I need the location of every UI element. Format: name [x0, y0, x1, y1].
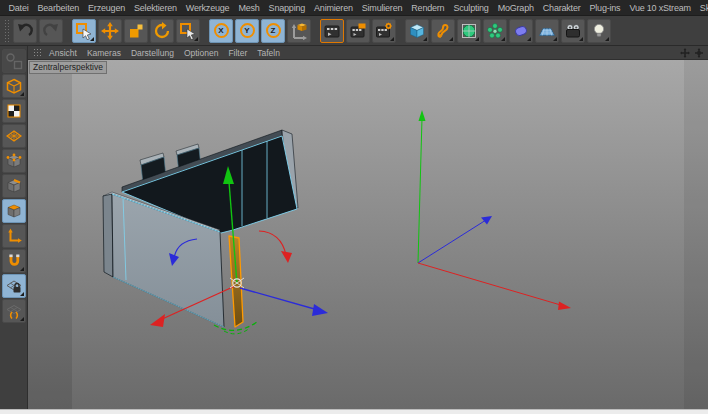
model-mode-button[interactable] — [2, 74, 26, 98]
vp-menu-filter[interactable]: Filter — [223, 48, 252, 58]
gizmo-rotation-band-red[interactable] — [259, 231, 292, 263]
undo-button[interactable] — [13, 19, 37, 43]
cinema4d-window: Datei Bearbeiten Erzeugen Selektieren We… — [0, 0, 708, 414]
convert-selection-icon — [5, 52, 23, 70]
menu-mesh[interactable]: Mesh — [234, 3, 264, 13]
menu-snapping[interactable]: Snapping — [264, 3, 309, 13]
snapping-button[interactable] — [2, 249, 26, 273]
selection-tool-icon — [179, 22, 197, 40]
menu-werkzeuge[interactable]: Werkzeuge — [181, 3, 234, 13]
vp-menu-darstellung[interactable]: Darstellung — [126, 48, 179, 58]
menu-selektieren[interactable]: Selektieren — [130, 3, 182, 13]
coordinate-system-button[interactable] — [287, 19, 311, 43]
texture-mode-icon — [6, 103, 22, 119]
coordinate-system-icon — [290, 22, 308, 40]
axis-mode-button[interactable] — [2, 224, 26, 248]
vp-menu-ansicht[interactable]: Ansicht — [44, 48, 82, 58]
menu-vue-xstream[interactable]: Vue 10 xStream — [625, 3, 695, 13]
window-bottom-frame — [0, 409, 708, 414]
viewport-menu-grip-icon[interactable] — [33, 48, 41, 57]
toolbar-grip[interactable] — [4, 19, 10, 43]
lock-y-axis-button[interactable]: Y — [235, 19, 259, 43]
magnet-icon — [6, 253, 22, 269]
light-button[interactable] — [587, 19, 611, 43]
spline-pen-button[interactable] — [431, 19, 455, 43]
environment-floor-button[interactable] — [535, 19, 559, 43]
deformer-button[interactable] — [509, 19, 533, 43]
y-axis-icon: Y — [240, 23, 255, 38]
workplane-lock-button[interactable] — [2, 274, 26, 298]
edges-mode-button[interactable] — [2, 174, 26, 198]
model-mode-icon — [6, 78, 22, 94]
menu-plugins[interactable]: Plug-ins — [585, 3, 625, 13]
texture-mode-button[interactable] — [2, 99, 26, 123]
menu-mograph[interactable]: MoGraph — [493, 3, 538, 13]
viewport-menu-bar: Ansicht Kameras Darstellung Optionen Fil… — [28, 46, 708, 60]
camera-button[interactable] — [561, 19, 585, 43]
viewport-right-band — [684, 60, 708, 409]
viewport-3d-canvas[interactable]: Zentralperspektive — [28, 60, 708, 409]
render-menu-button[interactable] — [372, 19, 396, 43]
menu-rendern[interactable]: Rendern — [407, 3, 449, 13]
subdivision-surface-icon — [460, 22, 478, 40]
workplane-align-button[interactable] — [2, 299, 26, 323]
polygons-mode-button[interactable] — [2, 199, 26, 223]
toggle-view-icon[interactable] — [694, 48, 704, 58]
scale-tool-button[interactable] — [124, 19, 148, 43]
render-menu-icon — [375, 22, 393, 40]
redo-icon — [42, 22, 60, 40]
workplane-mode-button[interactable] — [2, 124, 26, 148]
menu-skript[interactable]: Skript — [695, 3, 708, 13]
live-selection-button[interactable] — [72, 19, 96, 43]
last-tool-button[interactable] — [176, 19, 200, 43]
menu-erzeugen[interactable]: Erzeugen — [84, 3, 130, 13]
lock-x-axis-button[interactable]: X — [209, 19, 233, 43]
deformer-icon — [512, 22, 530, 40]
camera-icon — [564, 22, 582, 40]
floor-plane-icon — [538, 22, 556, 40]
pan-view-icon[interactable] — [680, 48, 690, 58]
array-generator-icon — [486, 22, 504, 40]
cube-icon — [408, 22, 426, 40]
array-generator-button[interactable] — [483, 19, 507, 43]
render-view-button[interactable] — [320, 19, 344, 43]
scale-icon — [127, 22, 145, 40]
rotate-tool-button[interactable] — [150, 19, 174, 43]
viewport-name-label[interactable]: Zentralperspektive — [29, 61, 107, 74]
move-icon — [101, 22, 119, 40]
wall-object — [103, 130, 298, 327]
vp-menu-kameras[interactable]: Kameras — [82, 48, 126, 58]
menu-sculpting[interactable]: Sculpting — [449, 3, 493, 13]
edges-mode-icon — [6, 178, 22, 194]
gizmo-z-axis-arrow[interactable] — [240, 288, 328, 316]
convert-selection-button[interactable] — [2, 49, 26, 73]
redo-button[interactable] — [39, 19, 63, 43]
menu-simulieren[interactable]: Simulieren — [357, 3, 407, 13]
points-mode-button[interactable] — [2, 149, 26, 173]
menu-bearbeiten[interactable]: Bearbeiten — [33, 3, 84, 13]
menu-bar: Datei Bearbeiten Erzeugen Selektieren We… — [0, 0, 708, 16]
render-settings-icon — [349, 22, 367, 40]
viewport-left-band — [28, 60, 72, 409]
menu-animieren[interactable]: Animieren — [310, 3, 358, 13]
menu-datei[interactable]: Datei — [4, 3, 33, 13]
render-view-icon — [323, 22, 341, 40]
render-settings-button[interactable] — [346, 19, 370, 43]
vp-menu-tafeln[interactable]: Tafeln — [252, 48, 285, 58]
move-tool-button[interactable] — [98, 19, 122, 43]
main-toolbar: X Y Z — [0, 16, 708, 46]
add-cube-primitive-button[interactable] — [405, 19, 429, 43]
workplane-align-icon — [6, 303, 22, 319]
subdivision-surface-button[interactable] — [457, 19, 481, 43]
z-axis-icon: Z — [266, 23, 281, 38]
rotate-icon — [153, 22, 171, 40]
scene-3d — [28, 60, 708, 409]
live-selection-icon — [75, 22, 93, 40]
axis-mode-icon — [6, 228, 22, 244]
menu-charakter[interactable]: Charakter — [538, 3, 585, 13]
world-axes — [418, 110, 571, 310]
vp-menu-optionen[interactable]: Optionen — [179, 48, 224, 58]
workplane-lock-icon — [6, 278, 22, 294]
polygons-mode-icon — [6, 203, 22, 219]
lock-z-axis-button[interactable]: Z — [261, 19, 285, 43]
